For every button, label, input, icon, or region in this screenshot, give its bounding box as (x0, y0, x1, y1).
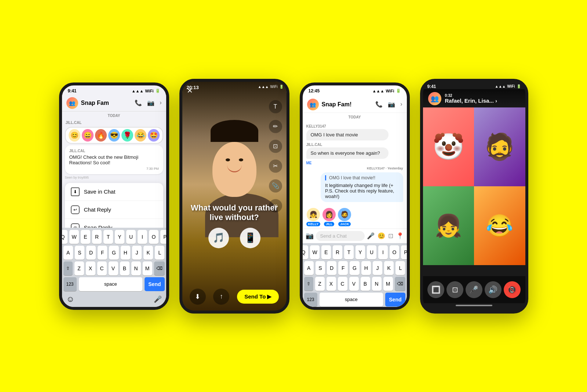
p3-key-a[interactable]: A (304, 261, 314, 275)
p3-phone-icon[interactable]: 📞 (375, 101, 383, 108)
key-n[interactable]: N (131, 261, 141, 275)
link-tool[interactable]: 📎 (269, 179, 282, 193)
chat-input-field[interactable]: Send a Chat (316, 231, 365, 241)
key-s[interactable]: S (75, 246, 84, 260)
p3-key-r[interactable]: R (333, 245, 342, 259)
flip-camera-button[interactable]: 🔳 (427, 281, 444, 298)
p3-key-m[interactable]: M (383, 277, 393, 291)
key-w[interactable]: W (69, 230, 79, 244)
sticker-tool[interactable]: ⊡ (269, 140, 282, 153)
numbers-key[interactable]: 123 (63, 277, 77, 291)
key-a[interactable]: A (63, 246, 73, 260)
p3-key-s[interactable]: S (316, 261, 325, 275)
key-j[interactable]: J (132, 246, 142, 260)
key-t[interactable]: T (103, 230, 113, 244)
send-key[interactable]: Send (145, 277, 164, 291)
p3-key-t[interactable]: T (344, 245, 354, 259)
snap-download-button[interactable]: ⬇ (190, 289, 206, 305)
p3-shift-key[interactable]: ⇧ (304, 277, 313, 291)
key-d[interactable]: D (86, 246, 96, 260)
p3-key-k[interactable]: K (384, 261, 394, 275)
mic-chat-icon[interactable]: 🎤 (367, 232, 375, 240)
key-l[interactable]: L (155, 246, 164, 260)
p3-key-w[interactable]: W (310, 245, 320, 259)
p3-key-q[interactable]: Q (300, 245, 309, 259)
chat-reply-item[interactable]: ↩ Chat Reply (65, 201, 163, 219)
shift-key[interactable]: ⇧ (63, 261, 73, 275)
snap-send-button[interactable]: Send To ▶ (237, 290, 279, 304)
p3-key-d[interactable]: D (327, 261, 336, 275)
scissors-tool[interactable]: ✂ (269, 160, 282, 173)
key-r[interactable]: R (92, 230, 102, 244)
p3-key-u[interactable]: U (367, 245, 376, 259)
save-in-chat-item[interactable]: ⬇ Save in Chat (65, 183, 163, 201)
p3-key-p[interactable]: P (401, 245, 410, 259)
bitmoji-7[interactable]: 🤩 (148, 129, 160, 142)
snap-option-music[interactable]: 🎵 (208, 228, 229, 248)
p3-key-i[interactable]: I (378, 245, 388, 259)
key-f[interactable]: F (98, 246, 107, 260)
key-c[interactable]: C (97, 261, 107, 275)
p3-key-g[interactable]: G (350, 261, 359, 275)
p3-space-key[interactable]: space (320, 293, 383, 307)
key-h[interactable]: H (121, 246, 130, 260)
camera-input-icon[interactable]: 📷 (306, 232, 314, 240)
p3-key-z[interactable]: Z (315, 277, 325, 291)
key-g[interactable]: G (109, 246, 119, 260)
phone-icon[interactable]: 📞 (135, 99, 142, 106)
p3-video-icon[interactable]: 📷 (388, 101, 395, 108)
delete-key[interactable]: ⌫ (154, 261, 165, 275)
p3-key-l[interactable]: L (395, 261, 405, 275)
key-k[interactable]: K (143, 246, 153, 260)
location-chat-icon[interactable]: 📍 (396, 232, 404, 240)
emoji-key[interactable]: ☺ (66, 294, 74, 304)
p3-key-v[interactable]: V (349, 277, 359, 291)
key-z[interactable]: Z (74, 261, 84, 275)
p3-key-x[interactable]: X (327, 277, 336, 291)
snap-option-phone[interactable]: 📱 (240, 228, 260, 248)
key-b[interactable]: B (120, 261, 130, 275)
p3-key-j[interactable]: J (373, 261, 382, 275)
p3-send-key[interactable]: Send (385, 293, 405, 307)
key-v[interactable]: V (109, 261, 118, 275)
draw-tool[interactable]: ✏ (269, 120, 282, 133)
p3-delete-key[interactable]: ⌫ (395, 277, 405, 291)
p3-key-b[interactable]: B (361, 277, 370, 291)
p3-key-c[interactable]: C (338, 277, 347, 291)
attach-chat-icon[interactable]: ⊡ (388, 232, 393, 240)
key-u[interactable]: U (126, 230, 136, 244)
text-tool[interactable]: T (269, 100, 282, 113)
chevron-icon[interactable]: › (160, 99, 161, 106)
p3-key-f[interactable]: F (338, 261, 348, 275)
emoji-chat-icon[interactable]: 😊 (378, 232, 385, 240)
key-q[interactable]: Q (59, 230, 68, 244)
key-p[interactable]: P (160, 230, 169, 244)
p3-key-o[interactable]: O (390, 245, 399, 259)
volume-button[interactable]: 🔊 (485, 281, 502, 298)
p3-key-y[interactable]: Y (356, 245, 365, 259)
bitmoji-5[interactable]: 🌹 (121, 129, 133, 142)
snap-share-button[interactable]: ↑ (213, 289, 229, 305)
space-key[interactable]: space (79, 277, 143, 291)
end-call-button[interactable]: 📵 (504, 281, 521, 298)
p3-key-h[interactable]: H (361, 261, 371, 275)
p3-chevron-icon[interactable]: › (400, 101, 402, 108)
bitmoji-3[interactable]: 🔥 (95, 129, 107, 142)
key-o[interactable]: O (149, 230, 158, 244)
p3-key-n[interactable]: N (372, 277, 382, 291)
bitmoji-1[interactable]: 😊 (69, 129, 80, 142)
p3-key-e[interactable]: E (321, 245, 331, 259)
key-i[interactable]: I (138, 230, 147, 244)
mic-key[interactable]: 🎤 (154, 295, 162, 303)
bitmoji-4[interactable]: 😎 (108, 129, 120, 142)
key-m[interactable]: M (143, 261, 152, 275)
key-e[interactable]: E (81, 230, 90, 244)
key-y[interactable]: Y (115, 230, 124, 244)
bitmoji-6[interactable]: 😂 (135, 129, 146, 142)
video-icon[interactable]: 📷 (147, 99, 154, 106)
mute-button[interactable]: 🎤 (466, 281, 482, 298)
key-x[interactable]: X (86, 261, 95, 275)
p3-numbers-key[interactable]: 123 (304, 293, 317, 307)
grid-button[interactable]: ⊡ (446, 281, 463, 298)
bitmoji-2[interactable]: 😄 (82, 129, 94, 142)
